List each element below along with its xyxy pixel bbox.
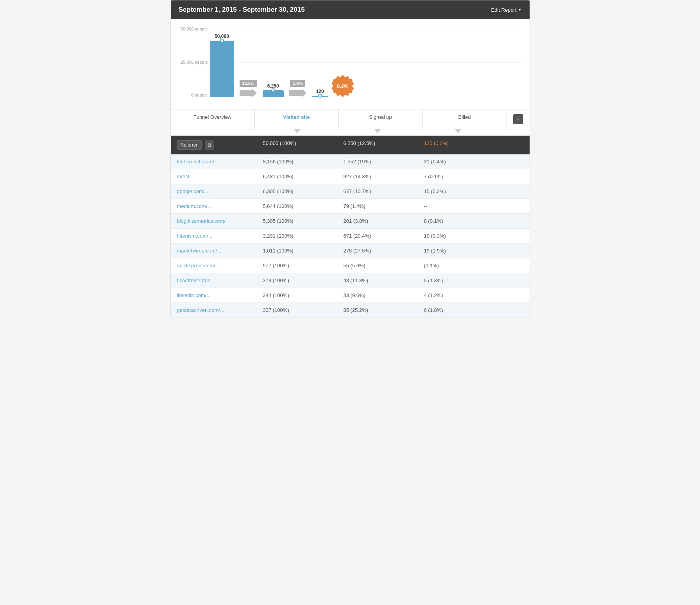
row-link[interactable]: direct — [177, 174, 190, 179]
row-col1: 3,291 (100%) — [257, 233, 337, 239]
svg-marker-1 — [289, 89, 306, 97]
row-col3: 31 (0.4%) — [418, 159, 498, 165]
row-link[interactable]: getdatadriven.com/... — [177, 307, 224, 313]
bar-1 — [210, 41, 234, 97]
report-container: September 1, 2015 - September 30, 2015 E… — [170, 0, 530, 318]
th-col1: 50,000 (100%) — [257, 140, 337, 150]
gear-button[interactable]: ⚙ — [205, 140, 214, 150]
orange-badge-group: 0.2% — [331, 75, 354, 97]
svg-marker-4 — [455, 129, 461, 133]
row-name: direct — [171, 174, 257, 179]
row-link[interactable]: marketwired.com/... — [177, 248, 221, 254]
row-col2: 33 (9.6%) — [337, 292, 418, 298]
row-col2: 55 (5.6%) — [337, 263, 418, 268]
chart-area: 50,000 people 25,000 people 0 people 50,… — [171, 19, 530, 109]
row-col1: 977 (100%) — [257, 263, 337, 268]
tab-funnel-overview[interactable]: Funnel Overview — [171, 109, 255, 129]
bar-dot-2 — [271, 88, 275, 92]
tab-add[interactable]: + — [507, 109, 530, 129]
row-col1: 6,481 (100%) — [257, 174, 337, 179]
table-row: quicksprout.com/... 977 (100%) 55 (5.6%)… — [171, 258, 530, 273]
caret-0 — [171, 129, 257, 136]
row-col2: 677 (10.7%) — [337, 188, 418, 194]
y-label-top: 50,000 people — [179, 27, 208, 31]
row-link[interactable]: google.com/... — [177, 188, 209, 194]
report-title: September 1, 2015 - September 30, 2015 — [179, 6, 305, 14]
row-col2: 43 (11.3%) — [337, 277, 418, 283]
row-col1: 344 (100%) — [257, 292, 337, 298]
row-col1: 8,156 (100%) — [257, 159, 337, 165]
orange-badge: 0.2% — [331, 75, 354, 97]
arrow-icon-1 — [240, 89, 257, 97]
row-link[interactable]: techcrunch.com/... — [177, 159, 218, 165]
row-col1: 6,305 (100%) — [257, 188, 337, 194]
bar-label-1: 50,000 — [215, 34, 229, 39]
row-col3: 10 (0.3%) — [418, 233, 498, 239]
referrer-dropdown[interactable]: Referrer — [177, 140, 202, 150]
arrow-badge-1: 12.5% — [240, 80, 257, 87]
bar-3 — [312, 96, 328, 97]
table-row: google.com/... 6,305 (100%) 677 (10.7%) … — [171, 184, 530, 199]
row-col1: 379 (100%) — [257, 277, 337, 283]
row-col1: 5,305 (100%) — [257, 218, 337, 224]
y-label-bot: 0 people — [179, 93, 208, 97]
table-row: hitenism.com/... 3,291 (100%) 671 (20.4%… — [171, 229, 530, 243]
row-col3: 19 (1.9%) — [418, 248, 498, 254]
tab-signed-up[interactable]: Signed up — [339, 109, 423, 129]
row-link[interactable]: hitenism.com/... — [177, 233, 213, 239]
y-label-mid: 25,000 people — [179, 60, 208, 64]
arrow-icon-2 — [289, 89, 306, 97]
y-axis: 50,000 people 25,000 people 0 people — [179, 27, 208, 97]
row-col3: 15 (0.2%) — [418, 188, 498, 194]
row-col4 — [498, 292, 530, 298]
table-row: getdatadriven.com/... 337 (100%) 85 (25.… — [171, 303, 530, 318]
bar-label-2: 6,250 — [267, 83, 279, 89]
svg-marker-0 — [240, 89, 257, 97]
table-row: techcrunch.com/... 8,156 (100%) 1,552 (1… — [171, 154, 530, 169]
caret-4 — [498, 129, 530, 136]
row-name: google.com/... — [171, 188, 257, 194]
row-name: linkedin.com/... — [171, 292, 257, 298]
row-col2: 671 (20.4%) — [337, 233, 418, 239]
arrow-group-2: 1.9% — [289, 80, 306, 97]
row-link[interactable]: linkedin.com/... — [177, 292, 211, 298]
row-link[interactable]: blog.kissmetrics.com/ — [177, 218, 226, 224]
row-col4 — [498, 159, 530, 165]
th-col3: 120 (0.2%) — [418, 140, 498, 150]
row-col3: -- — [418, 203, 498, 209]
row-link[interactable]: quicksprout.com/... — [177, 263, 220, 268]
table-header: Referrer ⚙ 50,000 (100%) 6,250 (12.5%) 1… — [171, 136, 530, 154]
row-name: quicksprout.com/... — [171, 263, 257, 268]
svg-marker-3 — [374, 129, 381, 133]
row-col2: 85 (25.2%) — [337, 307, 418, 313]
arrow-group-1: 12.5% — [240, 80, 257, 97]
row-col4 — [498, 263, 530, 268]
row-col2: 79 (1.4%) — [337, 203, 418, 209]
th-referrer: Referrer ⚙ — [171, 140, 257, 150]
row-name: t.co/dfe6t1qfdn... — [171, 277, 257, 283]
bar-dot-1 — [220, 39, 224, 43]
row-col4 — [498, 188, 530, 194]
caret-2 — [337, 129, 418, 136]
row-col2: 278 (27.5%) — [337, 248, 418, 254]
row-col4 — [498, 218, 530, 224]
bar-group-2: 6,250 — [263, 83, 284, 97]
bar-dot-3 — [318, 94, 322, 98]
bar-2 — [263, 90, 284, 97]
caret-row — [171, 129, 530, 136]
row-link[interactable]: medium.com/... — [177, 203, 212, 209]
tab-visited-site[interactable]: Visited site — [255, 109, 339, 129]
row-link[interactable]: t.co/dfe6t1qfdn... — [177, 277, 215, 283]
tab-billed[interactable]: Billed — [423, 109, 507, 129]
edit-report-button[interactable]: Edit Report — [491, 7, 522, 13]
row-col3: 8 (0.1%) — [418, 218, 498, 224]
row-col1: 5,644 (100%) — [257, 203, 337, 209]
table-row: linkedin.com/... 344 (100%) 33 (9.6%) 4 … — [171, 288, 530, 303]
row-col3: 4 (1.2%) — [418, 292, 498, 298]
table-row: t.co/dfe6t1qfdn... 379 (100%) 43 (11.3%)… — [171, 273, 530, 288]
row-col4 — [498, 277, 530, 283]
data-table: Referrer ⚙ 50,000 (100%) 6,250 (12.5%) 1… — [171, 136, 530, 318]
row-col3: 7 (0.1%) — [418, 174, 498, 179]
row-name: techcrunch.com/... — [171, 159, 257, 165]
caret-3 — [418, 129, 498, 136]
